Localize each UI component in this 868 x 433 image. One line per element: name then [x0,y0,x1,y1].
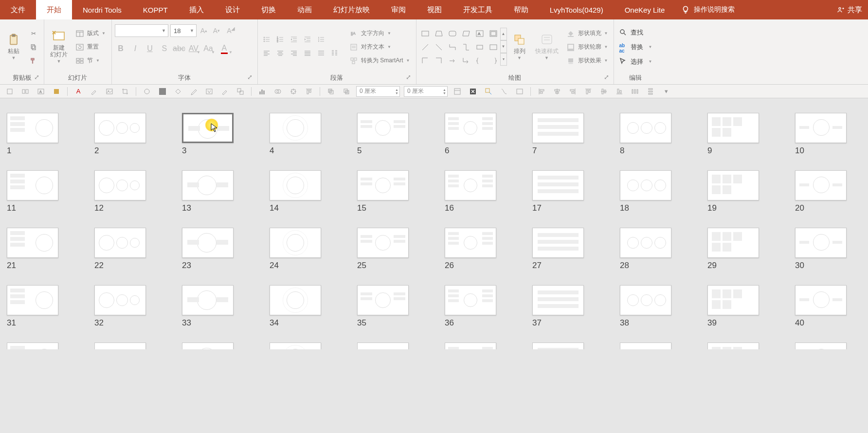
shape-outline-button[interactable]: 形状轮廓▼ [563,41,611,53]
qat-circle-tool[interactable] [141,86,153,97]
qat-highlight-tool[interactable] [51,86,62,97]
slide-thumbnail-21[interactable]: 21 [7,228,73,271]
qat-bring-front-tool[interactable] [325,86,337,97]
qat-selection-pane-tool[interactable] [452,86,463,97]
tab-lvyhtools[interactable]: LvyhTools(0429) [539,0,614,19]
slide-thumbnail-15[interactable]: 15 [357,170,423,213]
new-slide-button[interactable]: 新建 幻灯片 ▼ [47,29,71,66]
shapes-gallery-scroll[interactable]: ▲▼▾ [500,28,507,67]
qat-slide-tool[interactable] [514,86,525,97]
increase-font-button[interactable]: A▴ [199,25,209,36]
tab-onekey[interactable]: OneKey Lite [614,0,676,19]
section-button[interactable]: 节▼ [72,55,108,67]
slide-thumbnail-10[interactable]: 10 [795,113,861,156]
underline-button[interactable]: U [144,43,156,54]
increase-indent-button[interactable] [302,34,313,45]
qat-animation-tool[interactable] [483,86,494,97]
slide-thumbnail-19[interactable]: 19 [707,170,774,213]
slide-thumbnail-9[interactable]: 9 [707,113,774,156]
slide-thumbnail-13[interactable]: 13 [182,170,248,213]
slide-thumbnail-34[interactable]: 34 [270,285,336,328]
qat-close-tool[interactable] [467,86,479,97]
tab-slideshow[interactable]: 幻灯片放映 [323,0,380,19]
bullets-button[interactable] [261,34,272,45]
shape-brace2-icon[interactable] [488,55,499,67]
slide-thumbnail-27[interactable]: 27 [532,228,598,271]
italic-button[interactable]: I [129,43,141,54]
copy-button[interactable] [26,41,41,53]
replace-button[interactable]: abac替换▼ [617,41,654,54]
qat-distribute-h-tool[interactable] [629,86,641,97]
cut-button[interactable]: ✂ [26,28,41,39]
tab-help[interactable]: 帮助 [503,0,539,19]
tab-insert[interactable]: 插入 [179,0,215,19]
slide-thumbnail-8[interactable]: 8 [620,113,686,156]
slide-thumbnail-32[interactable]: 32 [94,285,161,328]
tab-design[interactable]: 设计 [215,0,251,19]
shape-fill-button[interactable]: 形状填充▼ [563,28,611,39]
align-right-button[interactable] [288,47,300,59]
qat-align-tool[interactable] [303,86,315,97]
distribute-button[interactable] [315,47,327,59]
slide-sorter[interactable]: 1 2 3 4 5 6 7 8 9 10 11 12 13 14 [0,98,868,433]
slide-thumbnail-38[interactable]: 38 [620,285,686,328]
shape-arrow-turn-icon[interactable] [460,55,472,67]
text-direction-button[interactable]: ||A文字方向▼ [346,28,413,39]
qat-tool-2[interactable] [19,86,31,97]
qat-eyedropper-tool[interactable] [88,86,100,97]
slide-thumbnail-35[interactable]: 35 [357,285,423,328]
share-button[interactable]: 共享 [831,0,868,19]
shape-parallelogram-icon[interactable] [460,28,472,39]
slide-thumbnail-43[interactable] [182,343,248,349]
align-left-button[interactable] [261,47,272,59]
slide-thumbnail-3[interactable]: 3 [182,113,248,156]
shape-elbow-icon[interactable] [447,41,458,53]
qat-crop-tool[interactable] [119,86,131,97]
slide-thumbnail-7[interactable]: 7 [532,113,598,156]
paragraph-launcher[interactable]: ⤢ [405,73,412,80]
drawing-launcher[interactable]: ⤢ [603,73,610,80]
tab-transitions[interactable]: 切换 [251,0,287,19]
qat-align-bottom-tool[interactable] [614,86,625,97]
qat-eyedropper3-tool[interactable] [219,86,231,97]
tell-me-search[interactable]: 操作说明搜索 [675,0,741,19]
qat-tool-1[interactable] [4,86,16,97]
slide-thumbnail-28[interactable]: 28 [620,228,686,271]
slide-thumbnail-20[interactable]: 20 [795,170,861,213]
decrease-indent-button[interactable] [288,34,300,45]
slide-thumbnail-37[interactable]: 37 [532,285,598,328]
clipboard-launcher[interactable]: ⤢ [33,73,40,80]
qat-distribute-v-tool[interactable] [645,86,656,97]
numbering-button[interactable]: 123 [274,34,286,45]
tab-file[interactable]: 文件 [0,0,36,19]
columns-button[interactable] [329,47,341,59]
width-input[interactable]: 0 厘米▲▼ [356,86,400,97]
slide-thumbnail-33[interactable]: 33 [182,285,248,328]
slide-thumbnail-48[interactable] [620,343,686,349]
shapes-gallery[interactable]: A [419,28,499,67]
qat-edit-shape-tool[interactable] [203,86,215,97]
font-color-button[interactable]: A▼ [217,43,232,54]
slide-thumbnail-31[interactable]: 31 [7,285,73,328]
slide-thumbnail-23[interactable]: 23 [182,228,248,271]
quick-styles-button[interactable]: 快速样式▼ [532,32,561,62]
qat-align-left-tool[interactable] [536,86,547,97]
qat-align-top-tool[interactable] [582,86,594,97]
qat-picture-tool[interactable] [104,86,115,97]
qat-send-back-tool[interactable] [341,86,352,97]
justify-button[interactable] [302,47,313,59]
qat-align-center-tool[interactable] [551,86,563,97]
paste-button[interactable]: 粘贴 ▼ [3,32,24,62]
height-input[interactable]: 0 厘米▲▼ [404,86,448,97]
shape-arrow-right-icon[interactable] [447,55,458,67]
shape-rbracket-icon[interactable] [433,55,445,67]
qat-group-tool[interactable] [235,86,246,97]
align-center-button[interactable] [274,47,286,59]
qat-align-middle-tool[interactable] [598,86,610,97]
font-family-combo[interactable]: ▼ [115,24,168,37]
slide-thumbnail-5[interactable]: 5 [357,113,423,156]
shape-textbox-icon[interactable]: A [474,28,486,39]
tab-developer[interactable]: 开发工具 [452,0,503,19]
decrease-font-button[interactable]: A▾ [211,25,222,36]
qat-bucket-tool[interactable] [172,86,184,97]
